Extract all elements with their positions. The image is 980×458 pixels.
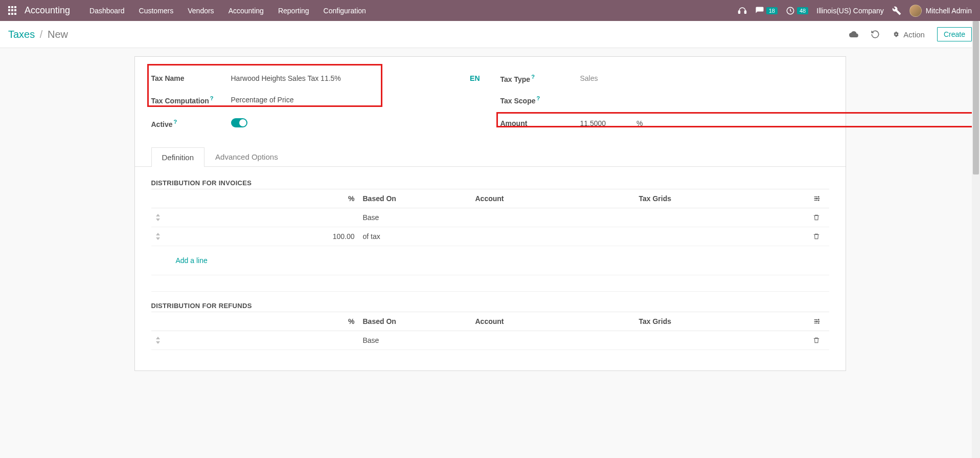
nav-configuration[interactable]: Configuration bbox=[316, 0, 373, 21]
support-icon[interactable] bbox=[738, 6, 747, 15]
th-account: Account bbox=[471, 189, 635, 208]
refunds-section: DISTRIBUTION FOR REFUNDS % Based On Acco… bbox=[135, 292, 846, 350]
svg-point-8 bbox=[818, 322, 819, 324]
apps-icon[interactable] bbox=[8, 6, 17, 15]
refunds-title: DISTRIBUTION FOR REFUNDS bbox=[151, 302, 829, 312]
active-toggle[interactable] bbox=[231, 118, 247, 127]
form-right-col: Tax Type? Sales Tax Scope? Am bbox=[500, 69, 829, 136]
th-options[interactable] bbox=[809, 189, 829, 208]
action-label: Action bbox=[903, 30, 925, 39]
cell-pct[interactable] bbox=[165, 208, 359, 227]
cell-based[interactable]: Base bbox=[359, 331, 471, 350]
user-name: Mitchell Admin bbox=[926, 7, 972, 15]
delete-row-icon[interactable] bbox=[809, 227, 829, 246]
topbar-right: 18 48 Illinois(US) Company Mitchell Admi… bbox=[738, 5, 972, 17]
th-grids: Tax Grids bbox=[635, 189, 809, 208]
svg-point-3 bbox=[818, 196, 819, 198]
help-icon[interactable]: ? bbox=[174, 119, 177, 125]
cell-based[interactable]: Base bbox=[359, 208, 471, 227]
nav-vendors[interactable]: Vendors bbox=[180, 0, 221, 21]
tab-definition[interactable]: Definition bbox=[151, 147, 205, 167]
cell-account[interactable] bbox=[471, 208, 635, 227]
active-label: Active? bbox=[151, 119, 231, 128]
nav-dashboard[interactable]: Dashboard bbox=[82, 0, 132, 21]
delete-row-icon[interactable] bbox=[809, 331, 829, 350]
cell-account[interactable] bbox=[471, 331, 635, 350]
help-icon[interactable]: ? bbox=[531, 74, 535, 80]
svg-point-7 bbox=[816, 321, 817, 322]
th-grids: Tax Grids bbox=[635, 312, 809, 331]
tax-name-value[interactable]: Harwood Heights Sales Tax 11.5% bbox=[231, 74, 464, 82]
discuss-badge: 18 bbox=[766, 7, 778, 14]
nav-customers[interactable]: Customers bbox=[132, 0, 181, 21]
scrollbar-thumb[interactable] bbox=[973, 21, 979, 175]
drag-handle-icon[interactable] bbox=[151, 208, 165, 227]
invoices-title: DISTRIBUTION FOR INVOICES bbox=[151, 179, 829, 189]
tab-advanced[interactable]: Advanced Options bbox=[204, 147, 289, 166]
cloud-icon[interactable] bbox=[849, 30, 858, 39]
invoices-table: % Based On Account Tax Grids bbox=[151, 189, 829, 292]
breadcrumb-current: New bbox=[48, 29, 68, 40]
cell-pct[interactable]: 100.00 bbox=[165, 227, 359, 246]
table-row[interactable]: 100.00 of tax bbox=[151, 227, 829, 246]
undo-icon[interactable] bbox=[871, 30, 880, 39]
cell-grids[interactable] bbox=[635, 331, 809, 350]
add-line-link[interactable]: Add a line bbox=[155, 251, 825, 270]
cell-pct[interactable] bbox=[165, 331, 359, 350]
th-pct: % bbox=[165, 312, 359, 331]
nav-accounting[interactable]: Accounting bbox=[221, 0, 271, 21]
th-pct: % bbox=[165, 189, 359, 208]
svg-rect-1 bbox=[744, 11, 746, 13]
delete-row-icon[interactable] bbox=[809, 208, 829, 227]
tax-scope-label: Tax Scope? bbox=[500, 95, 580, 105]
amount-unit: % bbox=[636, 119, 643, 127]
drag-handle-icon[interactable] bbox=[151, 227, 165, 246]
app-brand[interactable]: Accounting bbox=[25, 5, 70, 16]
table-row[interactable]: Base bbox=[151, 208, 829, 227]
tax-comp-value[interactable]: Percentage of Price bbox=[231, 96, 480, 104]
topbar: Accounting Dashboard Customers Vendors A… bbox=[0, 0, 980, 21]
discuss-icon[interactable]: 18 bbox=[755, 6, 778, 15]
company-switcher[interactable]: Illinois(US) Company bbox=[816, 7, 883, 15]
breadcrumb-root[interactable]: Taxes bbox=[8, 29, 35, 40]
form-sheet: Tax Name Harwood Heights Sales Tax 11.5%… bbox=[134, 56, 846, 371]
cell-account[interactable] bbox=[471, 227, 635, 246]
tax-type-label: Tax Type? bbox=[500, 74, 580, 83]
svg-point-6 bbox=[818, 319, 819, 320]
scrollbar[interactable] bbox=[972, 21, 980, 371]
lang-button[interactable]: EN bbox=[470, 74, 480, 82]
help-icon[interactable]: ? bbox=[210, 95, 214, 101]
th-based: Based On bbox=[359, 189, 471, 208]
table-row[interactable]: Base bbox=[151, 331, 829, 350]
amount-value[interactable]: 11.5000 % bbox=[580, 119, 829, 127]
help-icon[interactable]: ? bbox=[537, 95, 540, 101]
amount-label: Amount bbox=[500, 119, 580, 127]
activity-badge: 48 bbox=[797, 7, 808, 14]
svg-point-5 bbox=[818, 200, 819, 201]
refunds-table: % Based On Account Tax Grids bbox=[151, 312, 829, 350]
create-button[interactable]: Create bbox=[937, 27, 972, 41]
th-account: Account bbox=[471, 312, 635, 331]
nav-reporting[interactable]: Reporting bbox=[271, 0, 316, 21]
action-dropdown[interactable]: Action bbox=[892, 30, 925, 39]
cell-based[interactable]: of tax bbox=[359, 227, 471, 246]
tax-comp-label: Tax Computation? bbox=[151, 95, 231, 105]
avatar bbox=[909, 5, 922, 17]
debug-icon[interactable] bbox=[892, 6, 901, 15]
cell-grids[interactable] bbox=[635, 227, 809, 246]
activity-icon[interactable]: 48 bbox=[786, 6, 808, 15]
th-based: Based On bbox=[359, 312, 471, 331]
svg-point-4 bbox=[816, 198, 817, 200]
breadcrumb-sep: / bbox=[40, 29, 43, 40]
form-left-col: Tax Name Harwood Heights Sales Tax 11.5%… bbox=[151, 69, 480, 136]
nav-menu: Dashboard Customers Vendors Accounting R… bbox=[82, 0, 373, 21]
add-line-row: Add a line bbox=[151, 246, 829, 275]
tax-type-value[interactable]: Sales bbox=[580, 74, 829, 82]
tax-name-label: Tax Name bbox=[151, 74, 231, 82]
drag-handle-icon[interactable] bbox=[151, 331, 165, 350]
cell-grids[interactable] bbox=[635, 208, 809, 227]
user-menu[interactable]: Mitchell Admin bbox=[909, 5, 972, 17]
tabs: Definition Advanced Options bbox=[135, 147, 846, 167]
th-options[interactable] bbox=[809, 312, 829, 331]
invoices-section: DISTRIBUTION FOR INVOICES % Based On Acc… bbox=[135, 167, 846, 292]
